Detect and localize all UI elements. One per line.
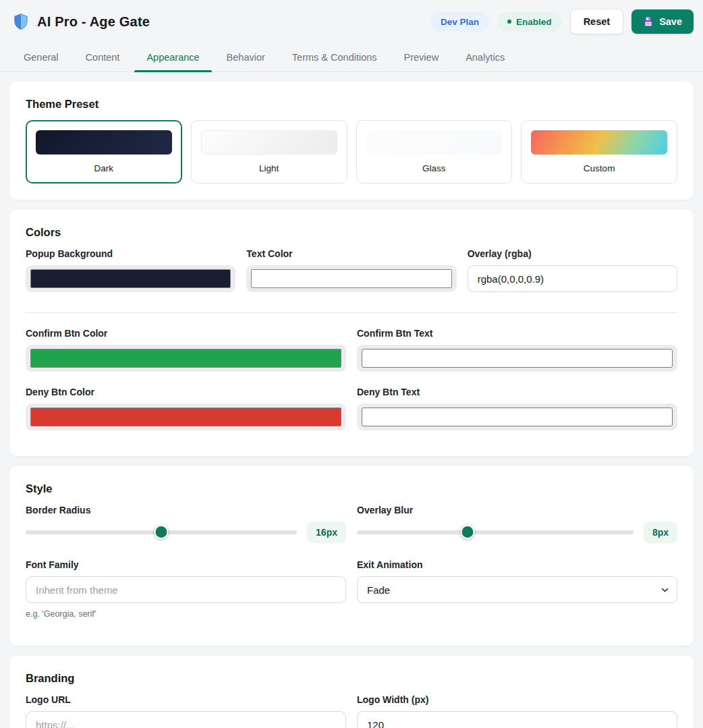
colors-divider <box>26 312 677 313</box>
overlay-blur-label: Overlay Blur <box>357 505 677 515</box>
confirm-btn-color-input[interactable] <box>26 345 346 372</box>
style-card: Style Border Radius 16px Overlay Blur <box>9 466 694 646</box>
overlay-blur-slider-track <box>357 530 634 534</box>
deny-btn-text-wrap <box>357 403 677 430</box>
colors-row-1: Popup Background Text Color Overlay (rgb… <box>26 248 677 292</box>
logo-url-label: Logo URL <box>26 694 346 705</box>
overlay-blur-field: Overlay Blur 8px <box>357 505 677 543</box>
appearance-panel: Theme Preset Dark Light Glass Custom <box>0 72 703 728</box>
tab-bar: General Content Appearance Behavior Term… <box>0 43 703 72</box>
tab-behavior[interactable]: Behavior <box>215 43 277 72</box>
border-radius-slider[interactable] <box>26 522 297 543</box>
popup-background-color-input[interactable] <box>26 265 235 292</box>
status-badge: Enabled <box>497 12 562 32</box>
deny-btn-text-field: Deny Btn Text <box>357 387 677 430</box>
deny-btn-color-swatch <box>30 408 341 426</box>
overlay-blur-slider-thumb[interactable] <box>460 525 474 539</box>
theme-preset-card: Theme Preset Dark Light Glass Custom <box>9 82 694 200</box>
logo-width-field: Logo Width (px) <box>357 694 677 728</box>
confirm-btn-text-input[interactable] <box>362 349 673 368</box>
style-sliders-row: Border Radius 16px Overlay Blur <box>26 505 677 543</box>
theme-preset-heading: Theme Preset <box>26 98 677 111</box>
preset-light[interactable]: Light <box>191 120 347 184</box>
preset-dark[interactable]: Dark <box>26 120 182 184</box>
confirm-btn-color-swatch <box>30 349 341 368</box>
logo-width-input[interactable] <box>357 711 677 728</box>
text-color-field: Text Color <box>246 248 456 292</box>
confirm-btn-color-field: Confirm Btn Color <box>26 328 346 372</box>
preset-glass[interactable]: Glass <box>356 120 513 184</box>
style-inputs-row: Font Family e.g. 'Georgia, serif' Exit A… <box>26 559 677 619</box>
tab-general[interactable]: General <box>11 43 71 72</box>
plan-badge: Dev Plan <box>430 12 489 32</box>
preset-light-swatch <box>201 130 337 155</box>
colors-card: Colors Popup Background Text Color Overl… <box>9 210 694 456</box>
save-floppy-icon <box>643 16 654 27</box>
tab-content[interactable]: Content <box>74 43 132 72</box>
border-radius-value-badge: 16px <box>307 522 346 543</box>
deny-btn-color-input[interactable] <box>26 403 346 430</box>
popup-background-label: Popup Background <box>26 248 235 259</box>
style-heading: Style <box>26 482 677 495</box>
colors-row-2: Confirm Btn Color Confirm Btn Text <box>26 328 677 372</box>
preset-grid: Dark Light Glass Custom <box>26 120 677 184</box>
font-family-field: Font Family e.g. 'Georgia, serif' <box>26 559 346 619</box>
branding-card: Branding Logo URL Logo Width (px) <box>9 656 694 728</box>
overlay-blur-slider[interactable] <box>357 522 634 543</box>
colors-heading: Colors <box>26 226 677 239</box>
overlay-label: Overlay (rgba) <box>468 248 677 259</box>
preset-glass-label: Glass <box>366 163 503 173</box>
status-dot-icon <box>507 20 511 24</box>
preset-glass-swatch <box>366 130 503 155</box>
overlay-rgba-input[interactable] <box>468 265 677 292</box>
font-family-hint: e.g. 'Georgia, serif' <box>26 609 346 619</box>
deny-btn-color-label: Deny Btn Color <box>26 387 346 397</box>
page-title: AI Pro - Age Gate <box>37 14 150 30</box>
deny-btn-text-input[interactable] <box>362 408 673 426</box>
save-button-label: Save <box>659 16 682 27</box>
tab-appearance[interactable]: Appearance <box>134 43 211 72</box>
confirm-btn-color-label: Confirm Btn Color <box>26 328 346 339</box>
preset-light-label: Light <box>201 163 337 173</box>
tab-terms-conditions[interactable]: Terms & Conditions <box>280 43 389 72</box>
header-actions: Dev Plan Enabled Reset Save <box>430 9 694 34</box>
text-color-label: Text Color <box>246 248 456 259</box>
logo-width-label: Logo Width (px) <box>357 694 677 705</box>
exit-animation-field: Exit Animation Fade <box>357 559 677 619</box>
page-header: AI Pro - Age Gate Dev Plan Enabled Reset <box>0 0 703 34</box>
preset-dark-swatch <box>36 130 172 155</box>
font-family-input[interactable] <box>26 576 346 603</box>
save-button[interactable]: Save <box>631 9 694 34</box>
exit-animation-select[interactable]: Fade <box>357 576 677 603</box>
font-family-label: Font Family <box>26 559 346 570</box>
page: AI Pro - Age Gate Dev Plan Enabled Reset <box>0 0 703 728</box>
deny-btn-text-label: Deny Btn Text <box>357 387 677 397</box>
branding-row: Logo URL Logo Width (px) <box>26 694 677 728</box>
text-color-input[interactable] <box>246 265 456 292</box>
text-color-swatch <box>251 269 451 288</box>
border-radius-field: Border Radius 16px <box>26 505 346 543</box>
popup-background-swatch <box>30 269 231 288</box>
logo-url-input[interactable] <box>26 711 346 728</box>
border-radius-label: Border Radius <box>26 505 346 515</box>
tab-analytics[interactable]: Analytics <box>453 43 517 72</box>
overlay-blur-value-badge: 8px <box>644 522 677 543</box>
shield-icon <box>12 13 30 30</box>
preset-custom[interactable]: Custom <box>521 120 677 184</box>
popup-background-field: Popup Background <box>26 248 235 292</box>
border-radius-slider-thumb[interactable] <box>154 525 169 539</box>
tab-preview[interactable]: Preview <box>392 43 451 72</box>
exit-animation-label: Exit Animation <box>357 559 677 570</box>
branding-heading: Branding <box>26 672 677 685</box>
confirm-btn-text-label: Confirm Btn Text <box>357 328 677 339</box>
confirm-btn-text-wrap <box>357 345 677 372</box>
preset-custom-swatch <box>531 130 667 155</box>
colors-row-3: Deny Btn Color Deny Btn Text <box>26 387 677 430</box>
deny-btn-color-field: Deny Btn Color <box>26 387 346 430</box>
logo-url-field: Logo URL <box>26 694 346 728</box>
overlay-field: Overlay (rgba) <box>468 248 677 292</box>
reset-button[interactable]: Reset <box>570 9 624 34</box>
preset-custom-label: Custom <box>531 163 667 173</box>
preset-dark-label: Dark <box>36 163 172 173</box>
confirm-btn-text-field: Confirm Btn Text <box>357 328 677 372</box>
